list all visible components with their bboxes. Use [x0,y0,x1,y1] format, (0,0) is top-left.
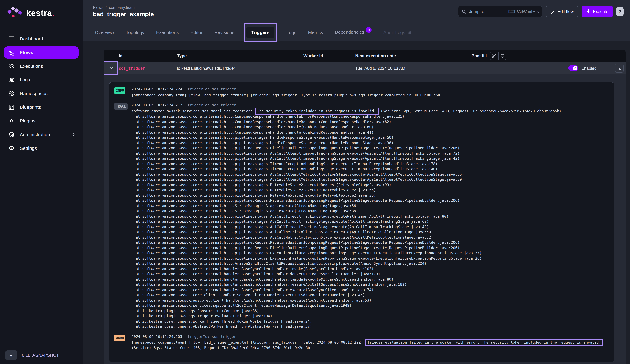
keyboard-icon: ⌨ [508,8,515,14]
trigger-row-sqs-trigger: sqs_trigger io.kestra.plugin.aws.sqs.Tri… [104,62,626,74]
sidebar-item-label: Logs [20,77,30,82]
sidebar-item-dashboard[interactable]: Dashboard [4,33,79,45]
tab-bar: Overview Topology Executions Editor Revi… [83,23,630,41]
tab-logs[interactable]: Logs [286,30,296,35]
sidebar-item-blueprints[interactable]: Blueprints [4,101,79,113]
stack-trace-line: at software.amazon.awssdk.core.internal.… [132,203,609,208]
stack-trace-line: at software.amazon.awssdk.core.internal.… [132,177,609,182]
lightning-icon [586,9,590,14]
stack-trace-line: at io.kestra.plugin.aws.sqs.Consume.run(… [132,308,609,313]
stack-trace-line: at software.amazon.awssdk.core.internal.… [132,250,609,256]
annotation-highlight-trigger-failure: Trigger evaluation failed in the worker … [365,339,603,346]
stack-trace-line: at software.amazon.awssdk.core.internal.… [132,151,609,156]
jump-to-search[interactable]: Jump to... ⌨ Ctrl/Cmd + K [458,6,542,17]
log-panel: INFO 2024-08-06 10:12:24.224 triggerId: … [109,82,614,362]
executions-icon [8,63,15,69]
main-area: Flows / company.team bad_trigger_example… [83,0,630,364]
log-trigger-id: triggerId: sqs_trigger [188,102,236,108]
sidebar-item-namespaces[interactable]: Namespaces [4,87,79,99]
stack-trace-line: at software.amazon.awssdk.core.internal.… [132,229,609,235]
sidebar-item-administration[interactable]: Administration [4,128,79,140]
tab-executions[interactable]: Executions [156,30,179,35]
column-header-type: Type [177,53,304,58]
log-timestamp: 2024-08-06 10:12:24.212 [132,102,182,108]
kestra-app: kestra. Dashboard Flows Executions [0,0,630,364]
stack-trace-line: at software.amazon.awssdk.awscore.client… [132,298,609,303]
namespaces-icon [8,90,15,97]
breadcrumb-namespace[interactable]: company.team [109,5,135,10]
stack-trace-line: at software.amazon.awssdk.core.internal.… [132,182,609,187]
log-level-badge-trace: TRACE [114,103,128,110]
pencil-icon [550,9,555,14]
tab-triggers[interactable]: Triggers [246,26,274,38]
column-header-backfill: Backfill [472,53,487,58]
annotation-highlight-sqs-exception: The security token included in the reque… [255,107,378,114]
tab-overview[interactable]: Overview [95,30,114,35]
column-header-id: Id [119,53,177,58]
stack-trace-line: at io.kestra.core.runners.AbstractWorker… [132,324,609,329]
stack-trace-line: at software.amazon.awssdk.core.internal.… [132,287,609,292]
stack-trace-line: at software.amazon.awssdk.core.internal.… [132,166,609,172]
tab-audit-logs: Audit Logs [384,30,412,35]
stack-trace-line: at software.amazon.awssdk.core.internal.… [132,271,609,277]
sidebar-menu: Dashboard Flows Executions Logs [0,32,83,155]
enabled-label: Enabled [582,66,596,70]
log-trigger-id: triggerId: sqs_trigger [188,334,236,339]
log-entry-warn: WARN 2024-08-06 10:12:24.205 triggerId: … [114,331,609,353]
sidebar-item-executions[interactable]: Executions [4,60,79,72]
stack-trace-line: at software.amazon.awssdk.core.internal.… [132,266,609,271]
lock-icon [408,30,412,34]
kestra-logo-icon [8,7,22,19]
breadcrumb-flows[interactable]: Flows [93,5,103,10]
stack-trace-line: at software.amazon.awssdk.core.internal.… [132,140,609,145]
sidebar-item-flows[interactable]: Flows [4,46,79,58]
version-label: 0.18.0-SNAPSHOT [22,353,59,358]
execute-button[interactable]: Execute [582,6,613,17]
search-placeholder: Jump to... [469,9,488,14]
stack-trace-line: at software.amazon.awssdk.core.internal.… [132,245,609,250]
dependencies-count-badge: 0 [366,27,372,33]
tab-dependencies[interactable]: Dependencies0 [335,29,372,35]
log-message: [namespace: company.team] [flow: bad_tri… [132,340,609,350]
stack-trace-line: at io.kestra.core.runners.WorkerTriggerT… [132,319,609,324]
sidebar-item-settings[interactable]: ⚙ Settings [4,142,79,154]
stack-trace-line: at software.amazon.awssdk.core.client.ha… [132,292,609,298]
log-message: software.amazon.awssdk.services.sqs.mode… [132,108,609,114]
search-icon [462,9,466,14]
gear-icon: ⚙ [8,145,15,151]
sidebar-item-plugins[interactable]: Plugins [4,115,79,127]
stack-trace-line: at software.amazon.awssdk.core.internal.… [132,282,609,287]
triggers-table-header: Id Type Worker Id Next execution date Ba… [104,50,626,62]
kestra-logo-text: kestra. [26,8,54,18]
tab-revisions[interactable]: Revisions [214,30,234,35]
stack-trace-line: at software.amazon.awssdk.core.internal.… [132,224,609,229]
log-display-settings-button[interactable] [615,64,624,72]
stack-trace-line: at software.amazon.awssdk.core.internal.… [132,198,609,203]
backfill-cancel-button[interactable] [490,51,498,60]
sidebar-item-logs[interactable]: Logs [4,74,79,86]
stack-trace-line: at software.amazon.awssdk.core.internal.… [132,208,609,214]
trigger-id-cell[interactable]: sqs_trigger [119,66,177,70]
stack-trace-line: at software.amazon.awssdk.core.internal.… [132,235,609,240]
log-level-badge-info: INFO [114,87,126,94]
stack-trace-line: at software.amazon.awssdk.core.internal.… [132,156,609,161]
kestra-logo[interactable]: kestra. [0,0,83,19]
enabled-toggle[interactable]: ✓ [568,65,578,71]
help-button[interactable]: ? [616,7,624,16]
toggle-check-icon: ✓ [573,66,578,70]
tab-editor[interactable]: Editor [190,30,203,35]
trigger-type-cell: io.kestra.plugin.aws.sqs.Trigger [177,66,304,70]
stack-trace-line: at software.amazon.awssdk.services.sqs.D… [132,303,609,308]
stack-trace-line: at software.amazon.awssdk.core.internal.… [132,172,609,177]
tab-metrics[interactable]: Metrics [308,30,323,35]
column-header-next-execution-date: Next execution date [355,53,472,58]
tab-topology[interactable]: Topology [126,30,144,35]
sidebar-collapse-button[interactable]: « [5,350,17,360]
stack-trace-line: at software.amazon.awssdk.core.internal.… [132,193,609,198]
stack-trace-line: at software.amazon.awssdk.core.internal.… [132,119,609,124]
expand-trigger-row-button[interactable] [104,62,119,74]
edit-flow-button[interactable]: Edit flow [546,6,578,17]
page-title: bad_trigger_example [93,11,154,18]
backfill-refresh-icon-button[interactable] [498,51,506,60]
log-entry-info: INFO 2024-08-06 10:12:24.224 triggerId: … [114,84,609,100]
